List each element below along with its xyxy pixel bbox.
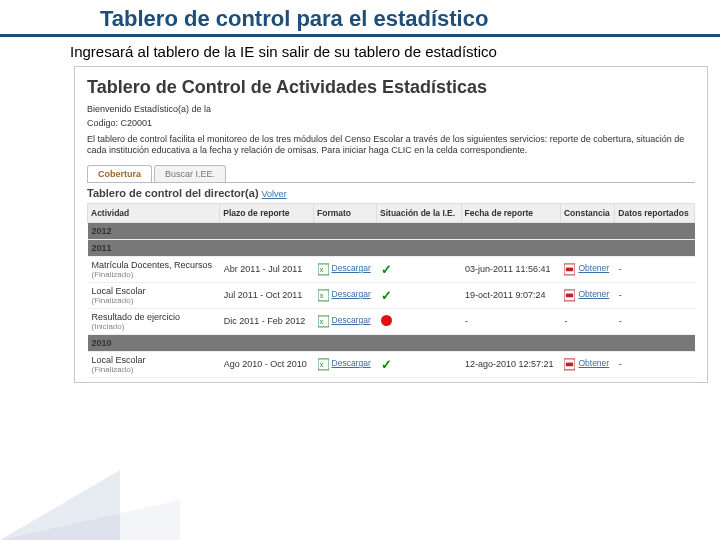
excel-icon: x (318, 358, 329, 370)
excel-icon: x (318, 263, 329, 275)
col-datos: Datos reportados (615, 203, 695, 222)
col-actividad: Actividad (88, 203, 220, 222)
app-window: Tablero de Control de Actividades Estadí… (74, 66, 708, 383)
slide-subtitle: Ingresará al tablero de la IE sin salir … (70, 43, 720, 60)
cell-datos: - (615, 256, 695, 282)
cell-plazo: Jul 2011 - Oct 2011 (220, 282, 314, 308)
col-formato: Formato (314, 203, 377, 222)
code-label: Codigo: C20001 (87, 118, 695, 128)
col-constancia: Constancia (560, 203, 614, 222)
year-2010[interactable]: 2010 (88, 334, 695, 351)
activity-status: (Iniciado) (92, 322, 216, 331)
red-dot-icon (381, 315, 392, 326)
check-icon: ✓ (381, 357, 392, 372)
svg-rect-7 (566, 294, 573, 298)
cell-constancia: - (560, 308, 614, 334)
panel-title-text: Tablero de control del director(a) (87, 187, 259, 199)
obtener-link[interactable]: Obtener (578, 358, 609, 368)
tab-bar: Cobertura Buscar I.EE. (87, 165, 695, 183)
panel-title: Tablero de control del director(a) Volve… (87, 187, 695, 199)
activity-name: Matrícula Docentes, Recursos (92, 260, 216, 270)
table-row: Matrícula Docentes, Recursos(Finalizado)… (88, 256, 695, 282)
pdf-icon (564, 289, 575, 301)
col-situacion: Situación de la I.E. (377, 203, 462, 222)
obtener-link[interactable]: Obtener (578, 263, 609, 273)
year-2012[interactable]: 2012 (88, 222, 695, 239)
pdf-icon (564, 263, 575, 275)
obtener-link[interactable]: Obtener (578, 289, 609, 299)
cell-fecha: 03-jun-2011 11:56:41 (461, 256, 560, 282)
tab-buscar-iiee[interactable]: Buscar I.EE. (154, 165, 226, 182)
svg-text:x: x (319, 291, 323, 300)
descargar-link[interactable]: Descargar (332, 315, 371, 325)
descargar-link[interactable]: Descargar (332, 263, 371, 273)
table-row: Local Escolar(Finalizado) Ago 2010 - Oct… (88, 351, 695, 377)
app-description: El tablero de control facilita el monito… (87, 134, 695, 157)
volver-link[interactable]: Volver (262, 189, 287, 199)
activity-name: Local Escolar (92, 355, 216, 365)
cell-datos: - (615, 351, 695, 377)
activity-name: Local Escolar (92, 286, 216, 296)
table-row: Resultado de ejercicio(Iniciado) Dic 201… (88, 308, 695, 334)
pdf-icon (564, 358, 575, 370)
slide-decor (0, 500, 180, 540)
cell-plazo: Abr 2011 - Jul 2011 (220, 256, 314, 282)
check-icon: ✓ (381, 288, 392, 303)
tab-cobertura[interactable]: Cobertura (87, 165, 152, 182)
svg-text:x: x (319, 360, 323, 369)
descargar-link[interactable]: Descargar (332, 289, 371, 299)
app-heading: Tablero de Control de Actividades Estadí… (87, 77, 695, 98)
slide-title: Tablero de control para el estadístico (100, 6, 720, 32)
activity-name: Resultado de ejercicio (92, 312, 216, 322)
cell-datos: - (615, 282, 695, 308)
svg-text:x: x (319, 317, 323, 326)
cell-datos: - (615, 308, 695, 334)
descargar-link[interactable]: Descargar (332, 358, 371, 368)
welcome-text: Bienvenido Estadístico(a) de la (87, 104, 695, 114)
activity-status: (Finalizado) (92, 296, 216, 305)
cell-fecha: - (461, 308, 560, 334)
activity-status: (Finalizado) (92, 270, 216, 279)
cell-plazo: Dic 2011 - Feb 2012 (220, 308, 314, 334)
year-2011[interactable]: 2011 (88, 239, 695, 256)
svg-rect-3 (566, 268, 573, 272)
svg-text:x: x (319, 265, 323, 274)
excel-icon: x (318, 315, 329, 327)
check-icon: ✓ (381, 262, 392, 277)
table-row: Local Escolar(Finalizado) Jul 2011 - Oct… (88, 282, 695, 308)
title-underline (0, 34, 720, 37)
activity-status: (Finalizado) (92, 365, 216, 374)
col-fecha: Fecha de reporte (461, 203, 560, 222)
activities-table: Actividad Plazo de reporte Formato Situa… (87, 203, 695, 378)
cell-plazo: Ago 2010 - Oct 2010 (220, 351, 314, 377)
col-plazo: Plazo de reporte (220, 203, 314, 222)
svg-rect-13 (566, 363, 573, 367)
excel-icon: x (318, 289, 329, 301)
cell-fecha: 19-oct-2011 9:07:24 (461, 282, 560, 308)
cell-fecha: 12-ago-2010 12:57:21 (461, 351, 560, 377)
